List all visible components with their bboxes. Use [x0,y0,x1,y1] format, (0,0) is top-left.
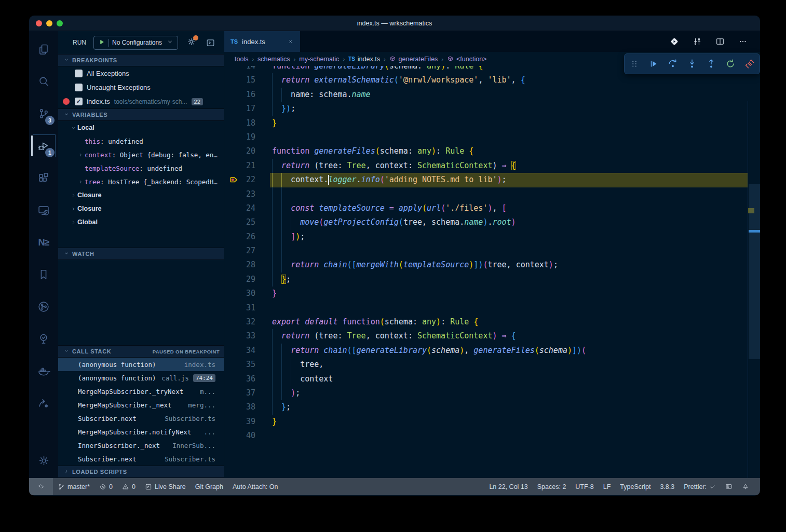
variable-row[interactable]: this: undefined [58,134,224,148]
gutter[interactable]: 23 [224,187,270,201]
breadcrumb-item[interactable]: generateFiles [389,56,438,63]
call-stack-frame[interactable]: MergeMapSubscriber._nextmerg... [58,398,224,412]
debug-restart-button[interactable] [723,56,738,72]
statusbar-eol[interactable]: LF [599,478,616,495]
gutter[interactable]: 22 [224,173,270,187]
breadcrumb-item[interactable]: schematics [258,56,290,63]
call-stack-frame[interactable]: MergeMapSubscriber.notifyNext... [58,425,224,439]
gutter[interactable]: 24 [224,201,270,215]
activity-search[interactable] [31,65,56,98]
gutter[interactable]: 14 [224,66,270,73]
compare-button[interactable] [693,37,702,46]
statusbar-indentation[interactable]: Spaces: 2 [533,478,571,495]
scope-row[interactable]: Closure [58,188,224,202]
loaded-scripts-header[interactable]: LOADED SCRIPTS [58,466,224,478]
close-window-button[interactable] [36,20,42,26]
gutter[interactable]: 37 [224,386,270,400]
statusbar-language[interactable]: TypeScript [615,478,655,495]
statusbar-encoding[interactable]: UTF-8 [571,478,598,495]
checkbox[interactable]: ✓ [75,98,83,105]
gutter[interactable]: 31 [224,301,270,315]
gutter[interactable]: 35 [224,358,270,372]
scrollbar-slider[interactable] [749,184,760,359]
scope-row[interactable]: Local [58,121,224,134]
activity-docker[interactable] [31,355,56,387]
gutter[interactable]: 34 [224,344,270,358]
activity-git-graph[interactable] [31,291,56,323]
call-stack-frame[interactable]: Subscriber.nextSubscriber.ts [58,412,224,425]
activity-nx-console[interactable]: N≥ [31,226,56,258]
variable-row[interactable]: tree: HostTree {_backend: ScopedH… [58,175,224,188]
runmark-button[interactable] [670,37,679,46]
activity-source-control[interactable]: 3 [31,98,56,130]
activity-live-share[interactable] [31,387,56,419]
breadcrumb-item[interactable]: my-schematic [299,56,339,63]
statusbar-feedback[interactable] [721,478,737,495]
gutter[interactable]: 16 [224,88,270,102]
debug-step-into-button[interactable] [684,56,700,72]
gutter[interactable]: 29 [224,272,270,287]
gutter[interactable]: 33 [224,329,270,343]
gutter[interactable]: 19 [224,130,270,144]
call-stack-frame[interactable]: Subscriber.nextSubscriber.ts [58,452,224,466]
variable-row[interactable]: templateSource: undefined [58,161,224,175]
breadcrumb-item[interactable]: tools [235,56,248,63]
split-button[interactable] [715,37,725,46]
statusbar-warnings[interactable]: 0 [117,478,140,495]
breakpoints-header[interactable]: BREAKPOINTS [58,54,224,66]
gutter[interactable]: 28 [224,258,270,272]
activity-testing[interactable] [31,323,56,355]
statusbar-remote[interactable] [29,478,53,495]
debug-continue-button[interactable] [646,56,661,72]
call-stack-frame[interactable]: MergeMapSubscriber._tryNextm... [58,385,224,398]
scope-row[interactable]: Global [58,215,224,229]
statusbar-ts-version[interactable]: 3.8.3 [655,478,679,495]
statusbar-cursor-position[interactable]: Ln 22, Col 13 [484,478,532,495]
statusbar-notifications[interactable] [737,478,754,495]
debug-step-out-button[interactable] [703,56,719,72]
breadcrumb-item[interactable]: <function> [447,56,486,63]
debug-console-button[interactable] [206,38,215,48]
checkbox[interactable] [75,70,83,77]
minimize-window-button[interactable] [46,20,52,26]
zoom-window-button[interactable] [57,20,63,26]
gutter[interactable]: 17 [224,102,270,116]
statusbar-errors[interactable]: 0 [94,478,117,495]
gutter[interactable]: 38 [224,400,270,414]
debug-step-over-button[interactable] [665,56,681,72]
breakpoint-row[interactable]: Uncaught Exceptions [58,80,224,94]
gutter[interactable]: 21 [224,159,270,173]
configure-gear-button[interactable] [186,37,196,49]
activity-run-debug[interactable]: 1 [31,130,56,162]
gutter[interactable]: 15 [224,73,270,87]
close-tab-icon[interactable] [288,38,294,45]
breakpoint-row[interactable]: All Exceptions [58,66,224,80]
debug-disconnect-button[interactable] [742,56,757,72]
call-stack-frame[interactable]: (anonymous function)call.js74:24 [58,371,224,385]
activity-bookmarks[interactable] [31,258,56,291]
activity-extensions[interactable] [31,162,56,194]
statusbar-live-share[interactable]: Live Share [140,478,191,495]
activity-remote-explorer[interactable] [31,194,56,226]
gutter[interactable]: 36 [224,372,270,386]
overview-ruler[interactable] [748,101,760,478]
code-area[interactable]: 14function generateLibrary(schema: any):… [224,66,760,478]
activity-settings[interactable] [31,447,56,474]
call-stack-header[interactable]: CALL STACK PAUSED ON BREAKPOINT [58,345,224,358]
tab-index-ts[interactable]: TS index.ts [224,31,300,52]
statusbar-git-graph[interactable]: Git Graph [191,478,228,495]
variables-header[interactable]: VARIABLES [58,108,224,121]
gutter[interactable]: 26 [224,230,270,244]
breadcrumb-item[interactable]: TSindex.ts [348,56,380,63]
variable-row[interactable]: context: Object {debug: false, en… [58,148,224,161]
gutter[interactable]: 27 [224,244,270,258]
more-button[interactable] [738,37,748,46]
gutter[interactable]: 32 [224,315,270,329]
statusbar-auto-attach[interactable]: Auto Attach: On [228,478,283,495]
scope-row[interactable]: Closure [58,202,224,215]
checkbox[interactable] [75,84,83,91]
launch-config-dropdown[interactable]: No Configurations [93,36,178,50]
call-stack-frame[interactable]: InnerSubscriber._nextInnerSub... [58,439,224,452]
statusbar-branch[interactable]: master* [53,478,94,495]
start-debug-icon[interactable] [98,38,105,47]
